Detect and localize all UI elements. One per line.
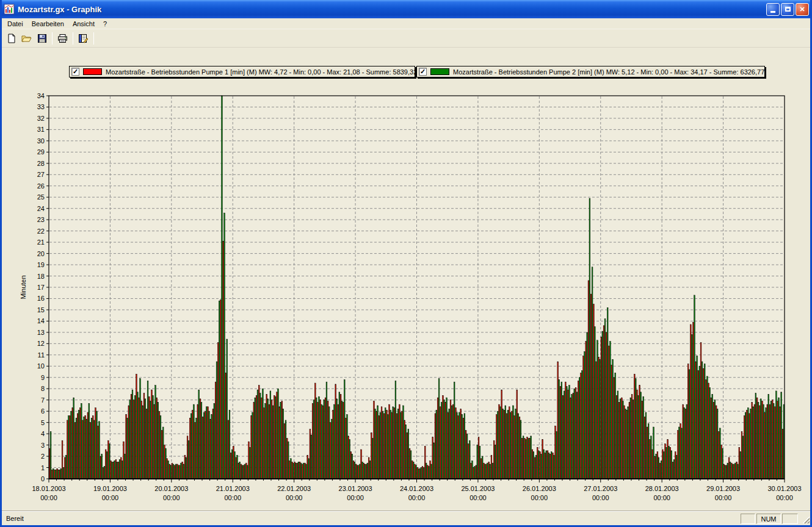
status-panel-caps <box>741 514 755 524</box>
svg-text:21.01.2003: 21.01.2003 <box>216 485 250 492</box>
svg-text:00:00: 00:00 <box>163 494 180 501</box>
svg-text:00:00: 00:00 <box>347 494 364 501</box>
menu-bearbeiten[interactable]: Bearbeiten <box>27 19 68 29</box>
save-button[interactable] <box>34 31 49 46</box>
open-button[interactable] <box>19 31 34 46</box>
toolbar-separator <box>93 32 94 45</box>
legend-pump2-label: Mozartstraße - Betriebsstunden Pumpe 2 [… <box>453 68 764 76</box>
svg-text:00:00: 00:00 <box>102 494 119 501</box>
svg-text:31: 31 <box>37 126 45 133</box>
svg-text:6: 6 <box>41 407 45 415</box>
svg-text:00:00: 00:00 <box>40 494 57 501</box>
svg-text:18: 18 <box>37 273 45 280</box>
svg-text:22: 22 <box>37 228 45 235</box>
properties-button[interactable] <box>76 31 91 46</box>
svg-text:20.01.2003: 20.01.2003 <box>154 485 188 492</box>
svg-text:30: 30 <box>37 137 45 145</box>
window-border-left <box>0 0 2 527</box>
svg-text:24.01.2003: 24.01.2003 <box>400 485 433 492</box>
title-bar: Mozartstr.gx - Graphik ✕ <box>0 0 812 18</box>
svg-text:23.01.2003: 23.01.2003 <box>339 485 372 492</box>
svg-text:30.01.2003: 30.01.2003 <box>767 485 801 492</box>
svg-text:13: 13 <box>37 329 45 336</box>
legend-pump1-checkbox[interactable]: ✓ <box>71 68 79 76</box>
status-message: Bereit <box>2 515 741 522</box>
svg-text:25: 25 <box>37 193 45 201</box>
svg-text:16: 16 <box>37 295 45 302</box>
svg-text:23: 23 <box>37 216 45 223</box>
svg-text:25.01.2003: 25.01.2003 <box>461 485 495 492</box>
svg-text:26: 26 <box>37 182 45 190</box>
svg-text:00:00: 00:00 <box>224 494 241 501</box>
svg-text:20: 20 <box>37 250 45 257</box>
svg-text:26.01.2003: 26.01.2003 <box>523 485 556 492</box>
svg-text:00:00: 00:00 <box>776 494 793 501</box>
open-folder-icon <box>21 34 32 43</box>
menu-ansicht[interactable]: Ansicht <box>68 19 99 29</box>
svg-text:Minuten: Minuten <box>20 275 27 299</box>
close-icon: ✕ <box>799 5 805 13</box>
svg-text:00:00: 00:00 <box>653 494 670 501</box>
printer-icon <box>57 34 68 43</box>
pump-hours-bar-chart: 0123456789101112131415161718192021222324… <box>0 48 812 511</box>
toolbar-separator <box>73 32 73 45</box>
svg-text:12: 12 <box>37 340 45 347</box>
resize-grip[interactable] <box>800 514 810 523</box>
close-button[interactable]: ✕ <box>796 3 809 16</box>
svg-text:00:00: 00:00 <box>531 494 548 501</box>
menu-hilfe[interactable]: ? <box>99 19 111 29</box>
svg-text:10: 10 <box>37 362 45 370</box>
svg-text:1: 1 <box>41 464 45 471</box>
svg-text:15: 15 <box>37 306 45 314</box>
print-button[interactable] <box>55 31 70 46</box>
minimize-button[interactable] <box>766 3 780 16</box>
svg-text:29: 29 <box>37 148 45 156</box>
legend-pump2: ✓ Mozartstraße - Betriebsstunden Pumpe 2… <box>416 66 765 77</box>
legend-pump1-swatch <box>83 68 102 75</box>
menu-datei[interactable]: Datei <box>3 19 27 29</box>
svg-text:28: 28 <box>37 160 45 167</box>
menu-bar: Datei Bearbeiten Ansicht ? <box>0 18 812 29</box>
app-icon <box>4 4 15 15</box>
legend-pump2-swatch <box>430 68 449 75</box>
svg-text:21: 21 <box>37 238 45 246</box>
svg-text:7: 7 <box>41 396 45 404</box>
svg-text:24: 24 <box>37 205 45 212</box>
svg-text:8: 8 <box>41 385 45 392</box>
legend-pump2-checkbox[interactable]: ✓ <box>419 68 427 76</box>
toolbar <box>0 29 812 48</box>
minimize-icon <box>770 11 775 13</box>
svg-text:4: 4 <box>41 430 45 437</box>
svg-text:22.01.2003: 22.01.2003 <box>277 485 311 492</box>
svg-text:29.01.2003: 29.01.2003 <box>706 485 740 492</box>
svg-text:19: 19 <box>37 261 45 268</box>
legend-pump1-label: Mozartstraße - Betriebsstunden Pumpe 1 [… <box>106 68 415 76</box>
svg-text:18.01.2003: 18.01.2003 <box>32 485 65 492</box>
status-panel-scrl <box>782 514 798 524</box>
window-title: Mozartstr.gx - Graphik <box>18 5 765 14</box>
svg-text:3: 3 <box>41 442 45 449</box>
new-button[interactable] <box>4 31 19 46</box>
maximize-icon <box>785 7 791 12</box>
svg-text:32: 32 <box>37 115 45 122</box>
svg-text:00:00: 00:00 <box>592 494 609 501</box>
svg-text:34: 34 <box>37 92 45 99</box>
svg-text:00:00: 00:00 <box>469 494 487 501</box>
toolbar-separator <box>52 32 53 45</box>
chart-area: 0123456789101112131415161718192021222324… <box>0 48 812 511</box>
svg-text:28.01.2003: 28.01.2003 <box>645 485 679 492</box>
svg-text:19.01.2003: 19.01.2003 <box>93 485 127 492</box>
svg-text:0: 0 <box>41 475 45 482</box>
svg-text:11: 11 <box>38 351 45 359</box>
svg-text:27.01.2003: 27.01.2003 <box>584 485 617 492</box>
svg-text:00:00: 00:00 <box>408 494 426 501</box>
svg-text:9: 9 <box>41 374 45 381</box>
svg-text:00:00: 00:00 <box>286 494 303 501</box>
status-bar: Bereit NUM <box>2 511 810 525</box>
svg-text:5: 5 <box>41 419 45 426</box>
maximize-button[interactable] <box>781 3 794 16</box>
new-document-icon <box>7 34 16 43</box>
svg-text:2: 2 <box>41 453 45 460</box>
status-panel-num: NUM <box>756 514 781 524</box>
svg-text:00:00: 00:00 <box>715 494 732 501</box>
